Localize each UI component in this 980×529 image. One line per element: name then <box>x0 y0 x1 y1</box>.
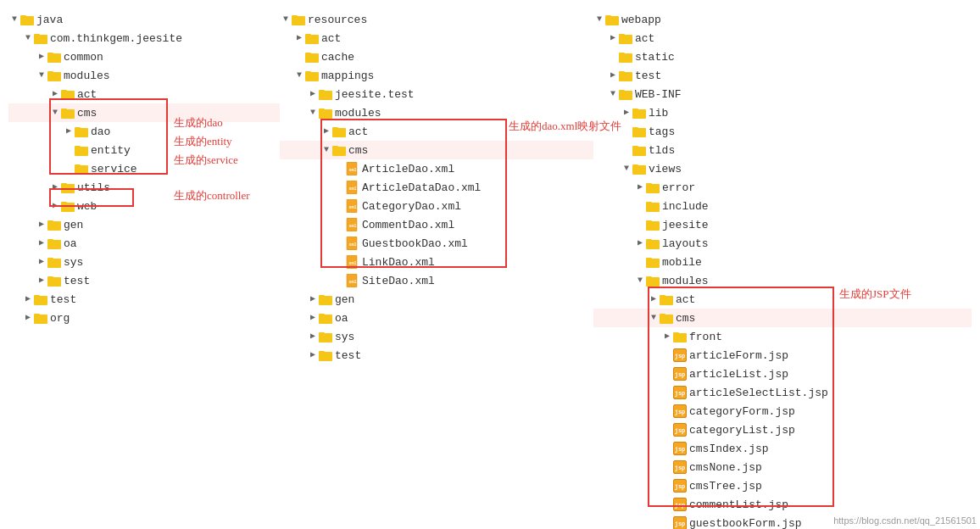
folder-jeesite[interactable]: jeesite <box>593 215 972 234</box>
folder-thinkgem[interactable]: com.thinkgem.jeesite <box>8 29 280 47</box>
folder-icon-tags <box>632 125 646 137</box>
folder-icon-front <box>673 331 687 342</box>
folder-act-w[interactable]: act <box>593 29 972 47</box>
label-gen-1: gen <box>64 219 83 231</box>
arrow-error[interactable] <box>634 181 646 193</box>
folder-oa-1[interactable]: oa <box>8 234 280 253</box>
arrow-test-w[interactable] <box>607 70 619 81</box>
arrow-act-1[interactable] <box>49 88 61 100</box>
label-thinkgem: com.thinkgem.jeesite <box>50 32 182 45</box>
folder-jeesite-test[interactable]: jeesite.test <box>280 85 593 103</box>
arrow-gen-r[interactable] <box>307 293 319 305</box>
folder-act-m[interactable]: act <box>280 122 593 141</box>
arrow-act-w[interactable] <box>607 32 619 44</box>
folder-mobile[interactable]: mobile <box>593 253 972 271</box>
label-CategoryDao: CategoryDao.xml <box>362 200 461 213</box>
folder-lib[interactable]: lib <box>593 103 972 122</box>
arrow-oa-r[interactable] <box>307 312 319 324</box>
arrow-cms-2[interactable] <box>320 144 332 156</box>
arrow-views[interactable] <box>621 163 632 175</box>
folder-act-r[interactable]: act <box>280 29 593 47</box>
folder-include[interactable]: include <box>593 197 972 215</box>
arrow-act-r[interactable] <box>293 32 305 44</box>
folder-cms-2[interactable]: cms <box>280 141 593 159</box>
svg-rect-49 <box>332 146 338 148</box>
folder-sys-1[interactable]: sys <box>8 253 280 271</box>
arrow-jeesite-test[interactable] <box>307 88 319 100</box>
arrow-sys-r[interactable] <box>307 331 319 342</box>
folder-cms-1[interactable]: cms <box>8 103 280 122</box>
folder-org[interactable]: org <box>8 309 280 327</box>
arrow-oa-1[interactable] <box>36 237 47 249</box>
arrow-utils[interactable] <box>49 181 61 193</box>
folder-test-r[interactable]: test <box>280 346 593 365</box>
folder-cms-3[interactable]: cms <box>593 309 972 327</box>
arrow-test-root[interactable] <box>22 293 34 305</box>
folder-mappings[interactable]: mappings <box>280 66 593 85</box>
arrow-modules[interactable] <box>36 70 47 81</box>
arrow-act-v[interactable] <box>648 293 660 305</box>
folder-front[interactable]: front <box>593 327 972 346</box>
folder-resources[interactable]: resources <box>280 10 593 29</box>
folder-sys-r[interactable]: sys <box>280 327 593 346</box>
folder-gen-1[interactable]: gen <box>8 215 280 234</box>
folder-layouts[interactable]: layouts <box>593 234 972 253</box>
arrow-webinf[interactable] <box>607 88 619 100</box>
folder-views[interactable]: views <box>593 159 972 178</box>
arrow-dao[interactable] <box>63 125 75 137</box>
folder-web[interactable]: web <box>8 197 280 215</box>
folder-tags[interactable]: tags <box>593 122 972 141</box>
arrow-resources[interactable] <box>280 14 292 25</box>
arrow-thinkgem[interactable] <box>22 32 34 44</box>
folder-test-root[interactable]: test <box>8 290 280 309</box>
folder-test-1[interactable]: test <box>8 271 280 290</box>
arrow-test-1[interactable] <box>36 275 47 287</box>
folder-utils[interactable]: utils <box>8 178 280 197</box>
folder-modules-v[interactable]: modules <box>593 271 972 290</box>
arrow-modules-v[interactable] <box>634 275 646 287</box>
arrow-org[interactable] <box>22 312 34 324</box>
arrow-webapp[interactable] <box>593 14 605 25</box>
folder-webinf[interactable]: WEB-INF <box>593 85 972 103</box>
folder-error[interactable]: error <box>593 178 972 197</box>
folder-modules-r[interactable]: modules <box>280 103 593 122</box>
folder-tlds[interactable]: tlds <box>593 141 972 159</box>
arrow-layouts[interactable] <box>634 237 646 249</box>
arrow-cms-1[interactable] <box>49 107 61 119</box>
folder-java[interactable]: java <box>8 10 280 29</box>
arrow-sys-1[interactable] <box>36 256 47 268</box>
svg-rect-41 <box>305 71 311 74</box>
folder-webapp[interactable]: webapp <box>593 10 972 29</box>
label-cmsTree: cmsTree.jsp <box>689 480 762 493</box>
folder-common[interactable]: common <box>8 47 280 66</box>
arrow-lib[interactable] <box>621 107 632 119</box>
svg-rect-86 <box>619 71 625 74</box>
arrow-java[interactable] <box>8 14 20 25</box>
label-jeesite: jeesite <box>662 219 709 231</box>
folder-static[interactable]: static <box>593 47 972 66</box>
folder-dao[interactable]: dao <box>8 122 280 141</box>
folder-modules[interactable]: modules <box>8 66 280 85</box>
label-views: views <box>649 163 682 175</box>
folder-act-1[interactable]: act <box>8 85 280 103</box>
arrow-test-r[interactable] <box>307 349 319 361</box>
folder-service[interactable]: service <box>8 159 280 178</box>
xml-icon-CommentDao: xml <box>346 218 359 231</box>
folder-entity[interactable]: entity <box>8 141 280 159</box>
arrow-web[interactable] <box>49 200 61 212</box>
label-cms-2: cms <box>348 144 368 157</box>
arrow-gen-1[interactable] <box>36 219 47 231</box>
arrow-front[interactable] <box>661 331 673 342</box>
arrow-modules-r[interactable] <box>307 107 319 119</box>
svg-rect-23 <box>47 220 53 223</box>
arrow-act-m[interactable] <box>320 125 332 137</box>
svg-rect-1 <box>20 15 26 18</box>
folder-gen-r[interactable]: gen <box>280 290 593 309</box>
folder-oa-r[interactable]: oa <box>280 309 593 327</box>
folder-test-w[interactable]: test <box>593 66 972 85</box>
arrow-common[interactable] <box>36 51 47 63</box>
arrow-mappings[interactable] <box>293 70 305 81</box>
folder-act-v[interactable]: act <box>593 290 972 309</box>
arrow-cms-3[interactable] <box>648 312 660 324</box>
folder-cache[interactable]: cache <box>280 47 593 66</box>
